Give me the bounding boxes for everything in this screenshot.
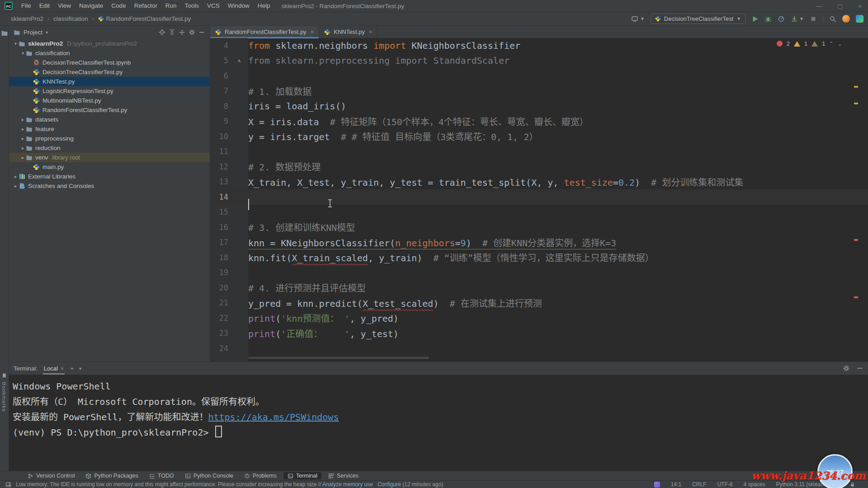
search-everywhere-icon[interactable] bbox=[829, 15, 836, 23]
tab-close-icon[interactable]: × bbox=[369, 28, 373, 35]
tree-item-logisticregressiontest-py[interactable]: LogisticRegressionTest.py bbox=[9, 86, 210, 96]
menu-view[interactable]: View bbox=[54, 0, 75, 12]
code-line-22[interactable]: 22print('knn预测值： ', y_pred) bbox=[210, 310, 868, 326]
scrollbar-error-mark[interactable] bbox=[854, 296, 858, 298]
menu-navigate[interactable]: Navigate bbox=[75, 0, 107, 12]
run-configuration-select[interactable]: DecisionTreeClassifierTest ▼ bbox=[651, 14, 745, 24]
terminal-new-tab-icon[interactable]: + bbox=[70, 365, 74, 372]
code-line-15[interactable]: 15 bbox=[210, 205, 868, 220]
code-line-8[interactable]: 8iris = load_iris() bbox=[210, 99, 868, 114]
tree-chevron-icon[interactable]: ▸ bbox=[20, 127, 26, 131]
tree-item-datasets[interactable]: ▸datasets bbox=[9, 115, 210, 124]
run-button[interactable] bbox=[751, 15, 759, 23]
scrollbar-error-mark[interactable] bbox=[854, 239, 858, 241]
terminal-output[interactable]: Windows PowerShell版权所有（C） Microsoft Corp… bbox=[13, 379, 339, 440]
stop-button[interactable] bbox=[810, 15, 817, 23]
breadcrumb-item[interactable]: RandomForestClassifierTest.py bbox=[98, 15, 191, 22]
code-line-9[interactable]: 9X = iris.data # 特征矩阵（150个样本，4个特征：萼长、萼宽、… bbox=[210, 114, 868, 129]
tab-knntest.py[interactable]: KNNTest.py× bbox=[319, 26, 377, 38]
tab-randomforestclassifiertest.py[interactable]: RandomForestClassifierTest.py× bbox=[210, 26, 319, 38]
tree-item-classification[interactable]: ▾classification bbox=[9, 48, 210, 58]
status-item[interactable]: 14:1 bbox=[671, 481, 681, 488]
status-item[interactable]: CRLF bbox=[692, 481, 706, 488]
prev-problem-icon[interactable]: ⌃ bbox=[830, 41, 834, 47]
scrollbar-warning-mark[interactable] bbox=[854, 103, 858, 104]
tree-chevron-icon[interactable]: ▾ bbox=[20, 51, 26, 56]
view-options-icon[interactable] bbox=[179, 29, 185, 36]
code-line-6[interactable]: 6 bbox=[210, 68, 868, 84]
breadcrumb-item[interactable]: sklearnPro2 bbox=[11, 15, 43, 22]
code-line-16[interactable]: 16# 3. 创建和训练KNN模型 bbox=[210, 220, 868, 235]
toolwindow-button-version-control[interactable]: Version Control bbox=[24, 472, 79, 479]
code-line-10[interactable]: 10y = iris.target # # 特征值 目标向量（3类鸢尾花：0, … bbox=[210, 129, 868, 144]
code-line-24[interactable]: 24 bbox=[210, 341, 868, 356]
tree-chevron-icon[interactable]: ▸ bbox=[20, 117, 26, 122]
settings-gear-icon[interactable] bbox=[189, 29, 195, 36]
menu-vcs[interactable]: VCS bbox=[203, 0, 224, 12]
menu-tools[interactable]: Tools bbox=[180, 0, 203, 12]
collapse-all-icon[interactable] bbox=[169, 29, 175, 36]
horizontal-scrollbar[interactable] bbox=[248, 357, 429, 359]
code-line-13[interactable]: 13X_train, X_test, y_train, y_test = tra… bbox=[210, 174, 868, 190]
tree-chevron-icon[interactable]: ▸ bbox=[20, 136, 26, 141]
tab-close-icon[interactable]: × bbox=[311, 28, 314, 35]
debug-button[interactable] bbox=[764, 15, 772, 23]
menu-file[interactable]: File bbox=[17, 0, 35, 12]
code-line-23[interactable]: 23print('正确值： ', y_test) bbox=[210, 326, 868, 341]
tree-item-venv[interactable]: ▸venvlibrary root bbox=[9, 153, 210, 162]
analyze-memory-link[interactable]: Analyze memory use bbox=[322, 481, 373, 488]
status-item[interactable]: 4 spaces bbox=[743, 481, 765, 488]
tree-item-decisiontreeclassifiertest-ipynb[interactable]: DecisionTreeClassifierTest.ipynb bbox=[9, 58, 210, 67]
tree-item-main-py[interactable]: main.py bbox=[9, 162, 210, 172]
plugin-orange-icon[interactable] bbox=[842, 15, 850, 23]
menu-refactor[interactable]: Refactor bbox=[130, 0, 161, 12]
hide-panel-icon[interactable] bbox=[198, 29, 205, 36]
tree-chevron-icon[interactable]: ▸ bbox=[20, 145, 26, 150]
tree-item-feature[interactable]: ▸feature bbox=[9, 124, 210, 134]
terminal-dropdown-icon[interactable]: ▾ bbox=[79, 366, 81, 371]
code-line-7[interactable]: 7# 1. 加载数据 bbox=[210, 84, 868, 99]
code-line-20[interactable]: 20# 4. 进行预测并且评估模型 bbox=[210, 280, 868, 296]
tree-chevron-icon[interactable]: ▸ bbox=[20, 155, 26, 160]
plugin-gradient-icon[interactable] bbox=[856, 15, 863, 23]
terminal-tab-local[interactable]: Local × bbox=[43, 362, 65, 375]
tree-item-decisiontreeclassifiertest-py[interactable]: DecisionTreeClassifierTest.py bbox=[9, 67, 210, 77]
tree-chevron-icon[interactable]: ▾ bbox=[13, 41, 19, 46]
code-line-14[interactable]: 14 bbox=[210, 189, 868, 205]
menu-run[interactable]: Run bbox=[161, 0, 181, 12]
inspections-widget[interactable]: 2 1 1 ⌃ ⌃ bbox=[777, 40, 842, 47]
code-line-11[interactable]: 11 bbox=[210, 144, 868, 160]
tree-item-reduction[interactable]: ▸reduction bbox=[9, 143, 210, 153]
code-line-5[interactable]: 5∧from sklearn.preprocessing import Stan… bbox=[210, 53, 868, 69]
code-line-12[interactable]: 12# 2. 数据预处理 bbox=[210, 159, 868, 174]
ai-assistant-icon[interactable] bbox=[654, 482, 660, 488]
toolwindow-button-services[interactable]: Services bbox=[324, 472, 363, 479]
left-strip-label[interactable]: Bookmarks bbox=[1, 382, 7, 412]
project-tool-icon[interactable] bbox=[1, 29, 8, 37]
lock-icon[interactable] bbox=[849, 482, 855, 488]
tree-item-preprocessing[interactable]: ▸preprocessing bbox=[9, 134, 210, 143]
code-line-19[interactable]: 19 bbox=[210, 265, 868, 281]
target-device-selector[interactable]: ▼ bbox=[631, 15, 645, 23]
bookmark-icon[interactable] bbox=[1, 373, 7, 379]
toolwindow-button-todo[interactable]: TODO bbox=[145, 472, 178, 479]
terminal-settings-gear-icon[interactable] bbox=[843, 365, 850, 372]
maximize-button[interactable]: ▢ bbox=[837, 3, 843, 9]
next-problem-icon[interactable]: ⌃ bbox=[838, 41, 842, 47]
editor-area[interactable]: RandomForestClassifierTest.py×KNNTest.py… bbox=[210, 26, 868, 361]
toolwindow-button-terminal[interactable]: Terminal bbox=[283, 472, 321, 479]
code-line-17[interactable]: 17knn = KNeighborsClassifier(n_neighbors… bbox=[210, 235, 868, 250]
tree-chevron-icon[interactable]: ▸ bbox=[13, 183, 19, 188]
code-line-4[interactable]: 4from sklearn.neighbors import KNeighbor… bbox=[210, 38, 868, 53]
code-line-21[interactable]: 21y_pred = knn.predict(X_test_scaled) # … bbox=[210, 296, 868, 311]
tree-item-scratches-and-consoles[interactable]: ▸Scratches and Consoles bbox=[9, 181, 210, 191]
tree-item-external-libraries[interactable]: ▸External Libraries bbox=[9, 172, 210, 181]
code-area[interactable]: 4from sklearn.neighbors import KNeighbor… bbox=[210, 38, 868, 356]
status-item[interactable]: UTF-8 bbox=[717, 481, 732, 488]
terminal-minimize-icon[interactable] bbox=[856, 365, 863, 372]
terminal-link[interactable]: https://aka.ms/PSWindows bbox=[208, 412, 339, 422]
tree-item-multinomialnbtest-py[interactable]: MultinomialNBTest.py bbox=[9, 96, 210, 105]
code-line-18[interactable]: 18knn.fit(X_train_scaled, y_train) # “训练… bbox=[210, 250, 868, 265]
tree-item-knntest-py[interactable]: KNNTest.py bbox=[9, 77, 210, 86]
fold-arrow-icon[interactable]: ∧ bbox=[237, 58, 241, 64]
